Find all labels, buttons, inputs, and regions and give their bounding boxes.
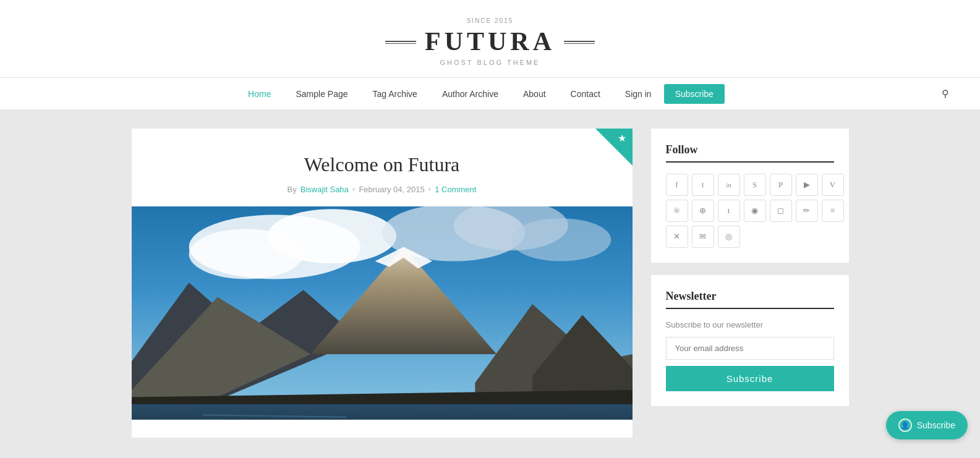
- github-icon[interactable]: ◉: [744, 200, 766, 222]
- meta-sep2: •: [428, 185, 432, 194]
- article-meta: By Biswajit Saha • February 04, 2015 • 1…: [156, 185, 608, 194]
- nav-item-contact[interactable]: Contact: [558, 79, 613, 109]
- nav-link-signin[interactable]: Sign in: [613, 79, 664, 109]
- float-subscribe-icon: 👤: [898, 418, 912, 432]
- article-image: [132, 206, 633, 420]
- article-comments[interactable]: 1 Comment: [435, 185, 476, 194]
- nav-item-sample[interactable]: Sample Page: [283, 79, 360, 109]
- nav-item-about[interactable]: About: [511, 79, 558, 109]
- newsletter-description: Subscribe to our newsletter: [666, 320, 834, 329]
- newsletter-widget: Newsletter Subscribe to our newsletter S…: [651, 275, 849, 406]
- instagram-icon[interactable]: ◻: [770, 200, 792, 222]
- nav-link-sample[interactable]: Sample Page: [283, 79, 360, 109]
- article-title: Welcome on Futura: [156, 153, 608, 176]
- penultimate-icon[interactable]: ✏: [796, 200, 818, 222]
- featured-ribbon: [595, 129, 633, 166]
- list-icon[interactable]: ≡: [822, 200, 844, 222]
- site-header: SINCE 2015 FUTURA GHOST BLOG THEME: [0, 0, 980, 78]
- site-navigation: Home Sample Page Tag Archive Author Arch…: [0, 78, 980, 110]
- site-subtitle: GHOST BLOG THEME: [0, 59, 980, 66]
- nav-link-tag[interactable]: Tag Archive: [360, 79, 430, 109]
- skype-icon[interactable]: S: [744, 174, 766, 196]
- email-input[interactable]: [666, 337, 834, 360]
- nav-item-signin[interactable]: Sign in: [613, 79, 664, 109]
- nav-item-subscribe[interactable]: Subscribe: [664, 84, 725, 104]
- nav-link-about[interactable]: About: [511, 79, 558, 109]
- nav-item-author[interactable]: Author Archive: [430, 79, 511, 109]
- rss-icon[interactable]: ◎: [718, 226, 740, 248]
- article-text-area: Welcome on Futura By Biswajit Saha • Feb…: [132, 129, 633, 206]
- svg-point-3: [189, 229, 303, 279]
- linkedin-icon[interactable]: in: [718, 174, 740, 196]
- social-icons-grid: f t in S P ▶ V ® ⊕ t ◉ ◻ ✏ ≡ ✕ ✉ ◎: [666, 174, 834, 248]
- twitter-icon[interactable]: t: [692, 174, 714, 196]
- vimeo-icon[interactable]: V: [822, 174, 844, 196]
- nav-list: Home Sample Page Tag Archive Author Arch…: [25, 79, 935, 109]
- site-title-wrap: FUTURA: [0, 27, 980, 56]
- newsletter-widget-title: Newsletter: [666, 290, 834, 309]
- title-right-lines: [564, 41, 595, 42]
- site-title: FUTURA: [425, 27, 555, 56]
- meta-sep1: •: [352, 185, 356, 194]
- search-icon[interactable]: ⚲: [935, 88, 955, 100]
- youtube-icon[interactable]: ▶: [796, 174, 818, 196]
- article-date: February 04, 2015: [359, 185, 424, 194]
- nav-link-author[interactable]: Author Archive: [430, 79, 511, 109]
- svg-point-6: [511, 218, 611, 261]
- float-subscribe-button[interactable]: 👤 Subscribe: [886, 411, 968, 439]
- nav-item-tag[interactable]: Tag Archive: [360, 79, 430, 109]
- follow-widget: Follow f t in S P ▶ V ® ⊕ t ◉ ◻ ✏ ≡ ✕ ✉ …: [651, 129, 849, 263]
- nav-item-home[interactable]: Home: [236, 79, 283, 109]
- facebook-icon[interactable]: f: [666, 174, 688, 196]
- tumblr-icon[interactable]: t: [718, 200, 740, 222]
- title-left-lines: [385, 41, 416, 42]
- sidebar: Follow f t in S P ▶ V ® ⊕ t ◉ ◻ ✏ ≡ ✕ ✉ …: [651, 129, 849, 438]
- main-content: Welcome on Futura By Biswajit Saha • Feb…: [119, 110, 861, 456]
- float-subscribe-label: Subscribe: [917, 420, 955, 430]
- nav-link-home[interactable]: Home: [236, 79, 283, 109]
- nav-link-contact[interactable]: Contact: [558, 79, 613, 109]
- xing-icon[interactable]: ✕: [666, 226, 688, 248]
- reddit-icon[interactable]: ®: [666, 200, 688, 222]
- article-by: By: [288, 185, 297, 194]
- pinterest-icon[interactable]: P: [770, 174, 792, 196]
- svg-rect-14: [132, 404, 633, 420]
- article-author[interactable]: Biswajit Saha: [300, 185, 349, 194]
- site-tagline: SINCE 2015: [0, 17, 980, 24]
- newsletter-subscribe-button[interactable]: Subscribe: [666, 366, 834, 391]
- follow-widget-title: Follow: [666, 143, 834, 163]
- nav-link-subscribe[interactable]: Subscribe: [664, 84, 725, 104]
- article-card: Welcome on Futura By Biswajit Saha • Feb…: [132, 129, 633, 438]
- email-icon[interactable]: ✉: [692, 226, 714, 248]
- stumbleupon-icon[interactable]: ⊕: [692, 200, 714, 222]
